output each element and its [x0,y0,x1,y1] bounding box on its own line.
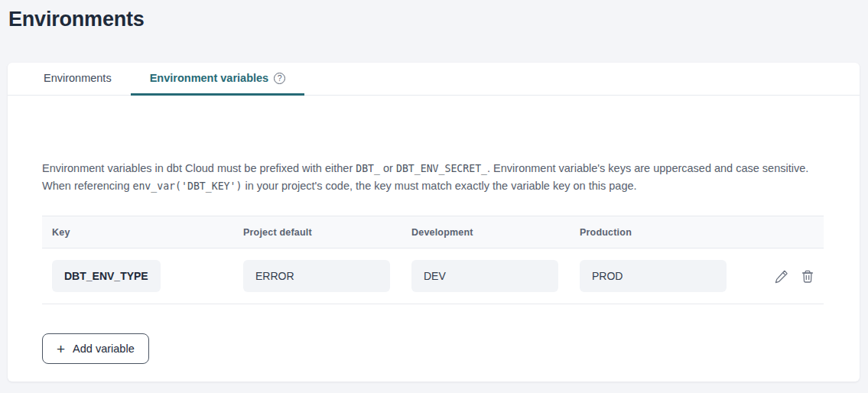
tab-panel-environment-variables: Environment variables in dbt Cloud must … [8,160,860,364]
project-default-value-chip: ERROR [243,260,390,292]
code-prefix-dbt: DBT_ [356,163,380,174]
delete-variable-button[interactable] [801,269,814,284]
development-value-chip: DEV [411,260,558,292]
edit-variable-button[interactable] [774,269,788,284]
environments-card: Environments Environment variables ? Env… [8,63,860,382]
tab-bar: Environments Environment variables ? [8,63,860,96]
add-variable-label: Add variable [73,343,135,355]
column-header-development: Development [401,227,570,238]
column-header-project-default: Project default [233,227,401,238]
cell-row-actions [738,269,824,284]
tab-environment-variables[interactable]: Environment variables ? [131,63,305,96]
production-value-chip: PROD [580,260,727,292]
pencil-icon [774,269,788,284]
description-segment: Environment variables in dbt Cloud must … [42,162,356,174]
description-segment: or [380,162,396,174]
environment-variables-table: Key Project default Development Producti… [42,216,824,304]
code-env-var-example: env_var('DBT_KEY') [132,180,242,192]
cell-key: DBT_ENV_TYPE [42,260,233,292]
column-header-key: Key [42,227,233,238]
column-header-production: Production [570,227,738,238]
plus-icon: + [57,342,65,356]
page-title: Environments [0,0,868,32]
trash-icon [801,269,814,284]
cell-development: DEV [401,260,570,292]
description-text: Environment variables in dbt Cloud must … [42,160,824,195]
code-prefix-dbt-env-secret: DBT_ENV_SECRET_ [396,163,487,174]
help-icon[interactable]: ? [274,73,285,84]
variable-key-chip: DBT_ENV_TYPE [52,260,161,292]
cell-project-default: ERROR [233,260,401,292]
table-header-row: Key Project default Development Producti… [42,216,824,248]
description-segment: in your project's code, the key must mat… [242,180,636,192]
cell-production: PROD [570,260,738,292]
tab-environments[interactable]: Environments [24,63,131,96]
add-variable-button[interactable]: + Add variable [42,333,149,364]
table-row: DBT_ENV_TYPE ERROR DEV PROD [42,248,824,304]
tab-environments-label: Environments [44,72,112,84]
tab-environment-variables-label: Environment variables [150,72,269,84]
